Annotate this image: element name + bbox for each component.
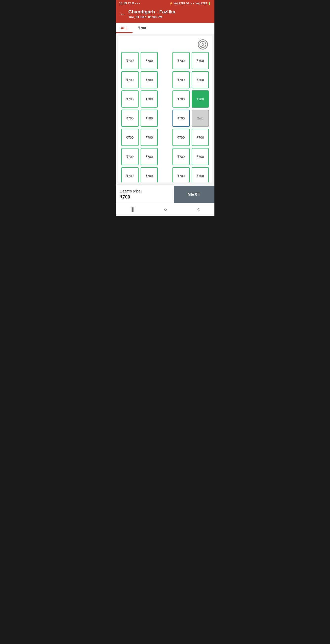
nav-recents-icon[interactable]: ||| — [130, 207, 135, 212]
seat[interactable]: ₹700 — [141, 167, 158, 182]
seat[interactable]: ₹700 — [192, 52, 209, 69]
nav-back-icon[interactable]: < — [196, 207, 200, 212]
price-display: ₹700 — [120, 194, 170, 200]
seat[interactable]: ₹700 — [172, 129, 190, 146]
seat-group-left: ₹700₹700 — [121, 167, 158, 182]
seat[interactable]: ₹700 — [141, 110, 158, 127]
seat-group-right: ₹700₹700 — [172, 148, 209, 165]
seat-group-right: ₹700₹700 — [172, 52, 209, 69]
svg-line-3 — [201, 45, 203, 47]
seat-group-left: ₹700₹700 — [121, 110, 158, 127]
seat-group-right: ₹700Sold — [172, 110, 209, 127]
bottom-bar: 1 seat's price ₹700 NEXT — [116, 185, 214, 204]
nav-home-icon[interactable]: ○ — [164, 207, 167, 212]
seat-group-right: ₹700₹700 — [172, 71, 209, 88]
seat[interactable]: ₹700 — [192, 71, 209, 88]
seat[interactable]: ₹700 — [121, 129, 139, 146]
route-datetime: Tue, 01 Dec, 01:00 PM — [128, 15, 175, 19]
status-left: 11:39 🛡 M ▭ • — [119, 2, 140, 5]
seat-group-right: ₹700₹700 — [172, 167, 209, 182]
phone-frame: 11:39 🛡 M ▭ • ⚡ Vo)) LTE1 4G ▲▼ Vo)) LTE… — [116, 0, 214, 216]
seat-group-right: ₹700₹700 — [172, 90, 209, 108]
seat[interactable]: ₹700 — [172, 90, 190, 108]
seat-group-left: ₹700₹700 — [121, 52, 158, 69]
seat: Sold — [192, 110, 209, 127]
steering-row — [120, 38, 210, 52]
seat[interactable]: ₹700 — [121, 148, 139, 165]
network-info: Vo)) LTE1 4G ▲▼ Vo)) LTE2 🔋 — [174, 2, 211, 5]
route-title: Chandigarh - Fazilka — [128, 9, 175, 15]
back-button[interactable]: ← — [120, 11, 125, 17]
seat[interactable]: ₹700 — [121, 90, 139, 108]
status-dot: • — [139, 2, 140, 5]
status-screen-icon: ▭ — [135, 2, 138, 5]
header-text: Chandigarh - Fazilka Tue, 01 Dec, 01:00 … — [128, 9, 175, 19]
seat[interactable]: ₹700 — [141, 129, 158, 146]
seat[interactable]: ₹700 — [172, 52, 190, 69]
next-button[interactable]: NEXT — [174, 186, 214, 203]
seat-group-right: ₹700₹700 — [172, 129, 209, 146]
seat[interactable]: ₹700 — [141, 148, 158, 165]
seat-row: ₹700₹700₹700₹700 — [121, 129, 209, 146]
seat[interactable]: ₹700 — [141, 90, 158, 108]
seat-group-left: ₹700₹700 — [121, 71, 158, 88]
seat[interactable]: ₹700 — [192, 167, 209, 182]
steering-wheel-icon — [198, 39, 208, 49]
tabs: ALL ₹700 — [116, 23, 214, 33]
price-section: 1 seat's price ₹700 — [116, 185, 174, 204]
seat-row: ₹700₹700₹700₹700 — [121, 90, 209, 108]
nav-bar: ||| ○ < — [116, 204, 214, 216]
header: ← Chandigarh - Fazilka Tue, 01 Dec, 01:0… — [116, 7, 214, 23]
seat-group-left: ₹700₹700 — [121, 129, 158, 146]
seat[interactable]: ₹700 — [121, 71, 139, 88]
bluetooth-icon: ⚡ — [170, 2, 173, 5]
seat[interactable]: ₹700 — [192, 90, 209, 108]
seat[interactable]: ₹700 — [121, 110, 139, 127]
seat[interactable]: ₹700 — [172, 71, 190, 88]
seat-group-left: ₹700₹700 — [121, 90, 158, 108]
seat[interactable]: ₹700 — [172, 167, 190, 182]
seat-row: ₹700₹700₹700Sold — [121, 110, 209, 127]
seat[interactable]: ₹700 — [192, 148, 209, 165]
seat-row: ₹700₹700₹700₹700 — [121, 148, 209, 165]
status-bar: 11:39 🛡 M ▭ • ⚡ Vo)) LTE1 4G ▲▼ Vo)) LTE… — [116, 0, 214, 7]
seat-row: ₹700₹700₹700₹700 — [121, 52, 209, 69]
tab-price[interactable]: ₹700 — [133, 23, 151, 33]
seat[interactable]: ₹700 — [141, 71, 158, 88]
seat-row: ₹700₹700₹700₹700 — [121, 71, 209, 88]
seat[interactable]: ₹700 — [121, 52, 139, 69]
seat-map-container[interactable]: ₹700₹700₹700₹700₹700₹700₹700₹700₹700₹700… — [118, 36, 212, 182]
seat[interactable]: ₹700 — [192, 129, 209, 146]
seat[interactable]: ₹700 — [141, 52, 158, 69]
seat-group-left: ₹700₹700 — [121, 148, 158, 165]
status-right: ⚡ Vo)) LTE1 4G ▲▼ Vo)) LTE2 🔋 — [170, 2, 211, 5]
svg-line-4 — [203, 45, 205, 47]
time: 11:39 — [119, 2, 127, 5]
seat[interactable]: ₹700 — [172, 110, 190, 127]
status-mail-icon: M — [132, 2, 134, 5]
tab-all[interactable]: ALL — [116, 23, 133, 33]
seat-count-label: 1 seat's price — [120, 189, 170, 193]
seat-rows: ₹700₹700₹700₹700₹700₹700₹700₹700₹700₹700… — [120, 52, 210, 182]
svg-point-1 — [202, 44, 204, 45]
status-shield-icon: 🛡 — [128, 2, 131, 5]
seat-row: ₹700₹700₹700₹700 — [121, 167, 209, 182]
seat[interactable]: ₹700 — [172, 148, 190, 165]
seat[interactable]: ₹700 — [121, 167, 139, 182]
